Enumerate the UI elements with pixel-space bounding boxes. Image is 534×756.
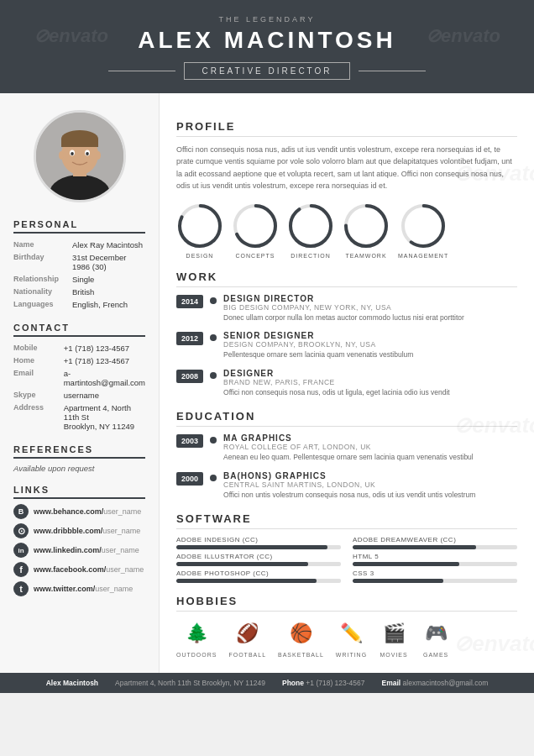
hobby-item-games: 🎮 Games: [421, 618, 451, 658]
svg-rect-5: [61, 139, 98, 147]
year-badge: 2012: [176, 332, 203, 345]
photo-wrap: [13, 110, 145, 202]
timeline-title: Design Director: [223, 294, 517, 303]
personal-name-label: Name: [13, 239, 72, 251]
link-behance[interactable]: B www.behance.com/user_name: [13, 504, 145, 519]
hobby-label: Basketball: [278, 652, 324, 658]
contact-home-label: Home: [13, 354, 64, 367]
personal-relationship-value: Single: [72, 273, 145, 286]
link-linkedin[interactable]: in www.linkedin.com/user_name: [13, 543, 145, 558]
link-dribbble[interactable]: ⊙ www.dribbble.com/user_name: [13, 523, 145, 538]
contact-section-title: Contact: [13, 323, 145, 337]
software-bar-fill: [353, 545, 476, 549]
skills-row: Design Concepts Direction Teamwork Manag…: [176, 202, 517, 259]
software-bar-bg: [353, 545, 517, 549]
timeline-title: MA Graphics: [223, 433, 517, 443]
personal-languages-value: English, French: [72, 298, 145, 311]
software-bar-fill: [353, 579, 443, 583]
hobby-icon: 🎬: [379, 618, 409, 648]
timeline-desc: Pellentesque ornare sem lacinia quam ven…: [223, 350, 517, 360]
software-item: Adobe Illustrator (CC): [176, 553, 341, 566]
education-timeline: 2003 MA Graphics Royal College of Art, L…: [176, 433, 517, 501]
contact-mobile-row: Mobile +1 (718) 123-4567: [13, 342, 145, 354]
contact-home-value: +1 (718) 123-4567: [64, 354, 145, 367]
personal-birthday-row: Birthday 31st December 1986 (30): [13, 251, 145, 273]
personal-relationship-row: Relationship Single: [13, 273, 145, 286]
facebook-icon: f: [13, 562, 29, 577]
personal-nationality-value: British: [72, 286, 145, 298]
contact-address-label: Address: [13, 402, 64, 433]
hobby-icon: ✏️: [336, 618, 366, 648]
personal-name-value: Alex Ray Macintosh: [72, 239, 145, 251]
education-item: 2000 BA(Hons) Graphics Central Saint Mar…: [176, 471, 517, 501]
software-bar-fill: [176, 562, 308, 566]
software-heading: Software: [176, 512, 517, 529]
header-line-left: [108, 71, 175, 71]
hobby-label: Writing: [336, 652, 367, 658]
education-heading: Education: [176, 410, 517, 427]
svg-point-17: [291, 206, 331, 246]
hobby-icon: 🌲: [181, 618, 212, 648]
timeline-desc: Donec ullam corpor nulla lon metas aucto…: [223, 313, 517, 323]
hobby-label: Games: [423, 652, 448, 658]
timeline-company: Big Design Company, New York, NY, USA: [223, 303, 517, 312]
software-bar-fill: [176, 545, 327, 549]
personal-section-title: Personal: [13, 219, 145, 234]
svg-point-8: [71, 152, 74, 155]
software-name: CSS 3: [353, 570, 517, 577]
timeline-desc: Aenean eu leo quam. Pellentesque ornare …: [223, 453, 517, 463]
footer-email: Email alexmacintosh@gmail.com: [382, 679, 489, 687]
education-item: 2003 MA Graphics Royal College of Art, L…: [176, 433, 517, 463]
personal-nationality-row: Nationality British: [13, 286, 145, 298]
software-item: CSS 3: [353, 570, 517, 583]
header-title-box: Creative Director: [184, 62, 349, 80]
personal-relationship-label: Relationship: [13, 273, 72, 286]
timeline-company: Central Saint Martins, London, UK: [223, 480, 517, 489]
software-item: Adobe Photoshop (CC): [176, 570, 341, 583]
software-name: HTML 5: [353, 553, 517, 560]
profile-text: Offici non consequis nosa nus, adis ut i…: [176, 144, 517, 192]
work-item: 2012 Senior Designer Design Company, Bro…: [176, 331, 517, 360]
timeline-company: Design Company, Brooklyn, NY, USA: [223, 340, 517, 349]
svg-point-9: [86, 152, 89, 155]
contact-mobile-value: +1 (718) 123-4567: [64, 342, 145, 354]
hobby-icon: 🏈: [233, 618, 263, 648]
personal-table: Name Alex Ray Macintosh Birthday 31st De…: [13, 239, 145, 311]
software-item: HTML 5: [353, 553, 517, 566]
timeline-title: BA(Hons) Graphics: [223, 471, 517, 480]
contact-email-label: Email: [13, 367, 64, 389]
references-section-title: References: [13, 444, 145, 459]
work-item: 2014 Design Director Big Design Company,…: [176, 294, 517, 323]
timeline-desc: Offici non consequis nosa nus, odis ut l…: [223, 388, 517, 398]
timeline-content: BA(Hons) Graphics Central Saint Martins,…: [223, 471, 517, 501]
timeline-title: Designer: [223, 369, 517, 378]
dribbble-icon: ⊙: [13, 523, 29, 538]
links-list: B www.behance.com/user_name ⊙ www.dribbb…: [13, 504, 145, 596]
contact-email-row: Email a-martintosh@gmail.com: [13, 367, 145, 389]
timeline-company: Royal College of Art, London, UK: [223, 443, 517, 451]
work-timeline: 2014 Design Director Big Design Company,…: [176, 294, 517, 399]
links-section-title: Links: [13, 485, 145, 499]
contact-mobile-label: Mobile: [13, 342, 64, 354]
hobby-item-basketball: 🏀 Basketball: [278, 618, 324, 658]
software-name: Adobe Photoshop (CC): [176, 570, 341, 577]
timeline-dot: [210, 372, 217, 379]
contact-skype-value: username: [64, 389, 145, 402]
behance-link-text: www.behance.com/user_name: [34, 507, 141, 516]
profile-heading: Profile: [176, 120, 517, 137]
skill-circle-design: Design: [176, 202, 223, 259]
link-facebook[interactable]: f www.facebook.com/user_name: [13, 562, 145, 577]
contact-table: Mobile +1 (718) 123-4567 Home +1 (718) 1…: [13, 342, 145, 433]
timeline-title: Senior Designer: [223, 331, 517, 340]
software-name: Adobe InDesign (CC): [176, 536, 341, 543]
software-bar-fill: [353, 562, 459, 566]
references-text: Available upon request: [13, 464, 145, 473]
software-bar-bg: [176, 562, 341, 566]
footer-phone: Phone +1 (718) 123-4567: [282, 679, 365, 687]
skill-circle-concepts: Concepts: [232, 202, 279, 259]
timeline-dot: [210, 475, 217, 481]
software-item: Adobe Dreamweaver (CC): [353, 536, 517, 549]
link-twitter[interactable]: t www.twitter.com/user_name: [13, 581, 145, 596]
year-badge: 2014: [176, 295, 203, 308]
work-heading: Work: [176, 270, 517, 287]
